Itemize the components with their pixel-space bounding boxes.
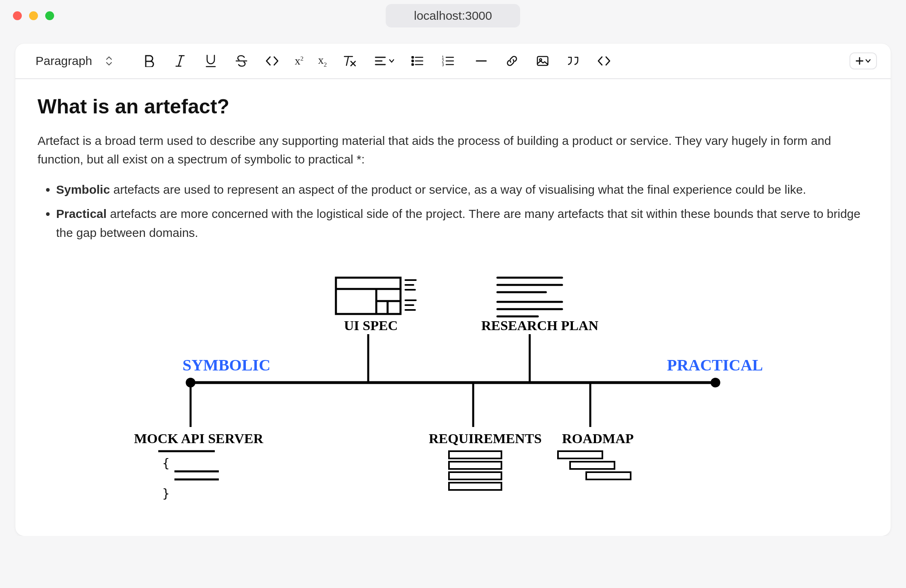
- inline-code-button[interactable]: [264, 53, 280, 69]
- chevron-down-icon: [388, 58, 395, 64]
- bold-button[interactable]: [141, 53, 157, 69]
- list-item: Symbolic artefacts are used to represent…: [56, 180, 868, 199]
- subscript-button[interactable]: x2: [318, 53, 327, 69]
- chevron-up-down-icon: [105, 55, 113, 67]
- strikethrough-icon: [235, 55, 247, 67]
- image-button[interactable]: [535, 53, 551, 69]
- svg-point-12: [411, 56, 413, 58]
- link-button[interactable]: [504, 53, 520, 69]
- address-bar-url: localhost:3000: [414, 9, 492, 22]
- superscript-button[interactable]: x2: [295, 53, 304, 69]
- block-type-dropdown[interactable]: Paragraph: [36, 54, 124, 68]
- ordered-list-icon: 123: [442, 56, 454, 66]
- align-dropdown[interactable]: [375, 53, 395, 69]
- window-close-button[interactable]: [13, 11, 22, 20]
- intro-paragraph: Artefact is a broad term used to describ…: [38, 132, 868, 169]
- svg-rect-68: [558, 451, 602, 458]
- svg-rect-70: [586, 472, 631, 479]
- editor-card: Paragraph x2: [15, 44, 891, 536]
- blockquote-icon: [566, 56, 580, 66]
- text-format-group: x2 x2: [141, 53, 357, 69]
- svg-rect-25: [537, 56, 548, 65]
- bullet-list-icon: [411, 56, 424, 66]
- code-block-button[interactable]: [596, 53, 612, 69]
- diagram-item-requirements: REQUIREMENTS: [429, 383, 542, 490]
- definition-list: Symbolic artefacts are used to represent…: [38, 180, 868, 243]
- list-item: Practical artefacts are more concerned w…: [56, 205, 868, 242]
- editor-content[interactable]: What is an artefact? Artefact is a broad…: [15, 79, 891, 536]
- ordered-list-button[interactable]: 123: [440, 53, 456, 69]
- svg-rect-65: [449, 483, 501, 490]
- svg-rect-34: [336, 278, 401, 314]
- underline-button[interactable]: [203, 53, 219, 69]
- list-item-text: artefacts are used to represent an aspec…: [110, 183, 806, 196]
- list-item-term: Practical: [56, 207, 107, 220]
- clear-format-icon: [343, 55, 356, 67]
- svg-line-6: [346, 56, 348, 65]
- diagram-left-label: SYMBOLIC: [182, 356, 271, 374]
- svg-text:REQUIREMENTS: REQUIREMENTS: [429, 431, 542, 446]
- list-item-term: Symbolic: [56, 183, 110, 196]
- diagram-item-ui-spec: UI SPEC: [336, 278, 416, 383]
- svg-text:MOCK API SERVER: MOCK API SERVER: [134, 431, 263, 446]
- paragraph-group: 123: [375, 53, 456, 69]
- image-icon: [537, 56, 549, 66]
- svg-point-31: [711, 378, 720, 387]
- diagram-item-research-plan: RESEARCH PLAN: [481, 278, 598, 383]
- heading-1: What is an artefact?: [38, 91, 868, 123]
- svg-text:}: }: [162, 486, 170, 500]
- superscript-icon: x2: [295, 54, 304, 67]
- code-icon: [265, 56, 279, 66]
- spectrum-diagram: SYMBOLIC PRACTICAL UI SPEC: [38, 253, 868, 520]
- italic-icon: [175, 55, 185, 67]
- svg-line-2: [178, 56, 182, 66]
- editor-toolbar: Paragraph x2: [15, 44, 891, 79]
- svg-text:RESEARCH PLAN: RESEARCH PLAN: [481, 318, 598, 333]
- bullet-list-button[interactable]: [409, 53, 426, 69]
- svg-rect-62: [449, 451, 501, 458]
- horizontal-rule-button[interactable]: [473, 53, 489, 69]
- link-icon: [506, 55, 518, 67]
- svg-rect-69: [570, 462, 614, 469]
- svg-point-14: [411, 64, 413, 65]
- svg-rect-64: [449, 472, 501, 479]
- strikethrough-button[interactable]: [233, 53, 250, 69]
- window-minimize-button[interactable]: [29, 11, 38, 20]
- clear-format-button[interactable]: [342, 53, 358, 69]
- svg-point-13: [411, 60, 413, 62]
- align-icon: [375, 56, 386, 66]
- svg-rect-63: [449, 462, 501, 469]
- browser-chrome: localhost:3000: [0, 0, 906, 31]
- insert-group: [473, 53, 612, 69]
- diagram-item-mock-api: MOCK API SERVER { }: [134, 383, 263, 500]
- svg-text:3: 3: [442, 63, 444, 66]
- window-zoom-button[interactable]: [45, 11, 54, 20]
- code-block-icon: [597, 56, 611, 66]
- diagram-right-label: PRACTICAL: [667, 356, 763, 374]
- italic-button[interactable]: [172, 53, 188, 69]
- blockquote-button[interactable]: [565, 53, 581, 69]
- svg-text:ROADMAP: ROADMAP: [562, 431, 634, 446]
- diagram-item-roadmap: ROADMAP: [558, 383, 634, 479]
- horizontal-rule-icon: [476, 59, 487, 63]
- subscript-icon: x2: [318, 54, 327, 68]
- plus-icon: [855, 56, 864, 65]
- svg-text:{: {: [162, 456, 170, 470]
- bold-icon: [144, 55, 155, 67]
- svg-text:UI SPEC: UI SPEC: [344, 318, 398, 333]
- chevron-down-icon: [865, 58, 871, 64]
- list-item-text: artefacts are more concerned with the lo…: [56, 207, 860, 239]
- address-bar[interactable]: localhost:3000: [386, 4, 520, 27]
- underline-icon: [206, 54, 216, 67]
- insert-block-dropdown[interactable]: [849, 52, 877, 69]
- block-type-label: Paragraph: [36, 54, 92, 68]
- window-traffic-lights: [13, 11, 54, 20]
